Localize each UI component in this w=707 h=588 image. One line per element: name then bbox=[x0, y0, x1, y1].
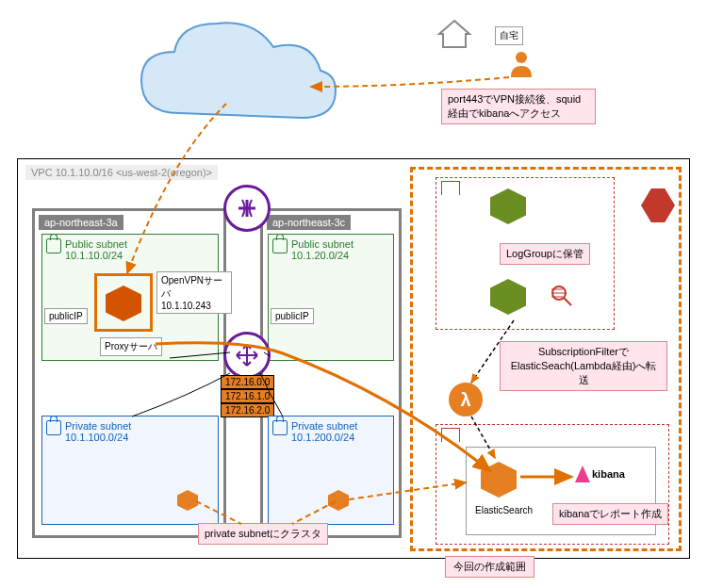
public-ip-label: publicIP bbox=[44, 308, 88, 324]
subnet-title: Public subnet bbox=[65, 238, 127, 250]
openvpn-label: OpenVPNサーバ10.1.10.243 bbox=[156, 271, 232, 314]
cloudwatch-logs-icon bbox=[490, 279, 528, 317]
route-cidr: 172.16.0.0 bbox=[221, 375, 274, 389]
az-a-label: ap-northeast-3a bbox=[39, 215, 123, 230]
kibana-report-label: kibanaでレポート作成 bbox=[552, 503, 668, 525]
vpc-label: VPC 10.1.10.0/16 <us-west-2(oregon)> bbox=[25, 165, 218, 180]
lock-icon bbox=[46, 420, 61, 435]
internet-gateway-icon bbox=[223, 185, 271, 232]
az-c-label: ap-northeast-3c bbox=[267, 215, 351, 230]
cloudwatch-logs-icon bbox=[490, 188, 528, 226]
vpc-router-icon bbox=[223, 332, 271, 379]
vpn-callout: port443でVPN接続後、squid経由でkibanaへアクセス bbox=[441, 89, 596, 124]
container-tab-icon bbox=[441, 428, 460, 442]
lock-icon bbox=[272, 238, 288, 253]
home-label: 自宅 bbox=[495, 26, 523, 45]
kibana-logo: kibana bbox=[575, 466, 625, 482]
openvpn-server bbox=[94, 273, 153, 332]
lock-icon bbox=[272, 420, 288, 435]
search-icon bbox=[549, 283, 575, 309]
internet-cloud bbox=[123, 9, 349, 141]
scope-label: 今回の作成範囲 bbox=[445, 556, 534, 578]
subnet-cidr: 10.1.10.0/24 bbox=[65, 250, 123, 261]
ec2-icon bbox=[106, 286, 141, 321]
container-tab-icon bbox=[441, 181, 460, 195]
loggroup-label: LogGroupに保管 bbox=[500, 243, 590, 265]
es-label: ElasticSearch bbox=[471, 503, 536, 517]
ec2-instance-icon bbox=[328, 490, 366, 528]
aws-service-icon bbox=[641, 188, 679, 226]
lock-icon bbox=[46, 238, 61, 253]
lambda-icon: λ bbox=[449, 383, 486, 420]
public-subnet-c: Public subnet10.1.20.0/24 publicIP bbox=[268, 234, 394, 361]
user-icon bbox=[507, 49, 535, 77]
proxy-label: Proxyサーバ bbox=[100, 337, 162, 356]
route-cidr: 172.16.2.0 bbox=[221, 403, 274, 417]
private-cluster-label: private subnetにクラスタ bbox=[198, 523, 328, 545]
elasticsearch-icon bbox=[481, 462, 518, 499]
ec2-instance-icon bbox=[177, 490, 215, 528]
route-cidr: 172.16.1.0 bbox=[221, 389, 274, 403]
subfilter-label: SubscriptionFilterでElasticSeach(Lambda経由… bbox=[500, 341, 667, 391]
svg-point-0 bbox=[516, 52, 527, 63]
home-icon bbox=[436, 17, 473, 53]
public-ip-label: publicIP bbox=[271, 308, 314, 324]
svg-line-2 bbox=[564, 298, 571, 305]
